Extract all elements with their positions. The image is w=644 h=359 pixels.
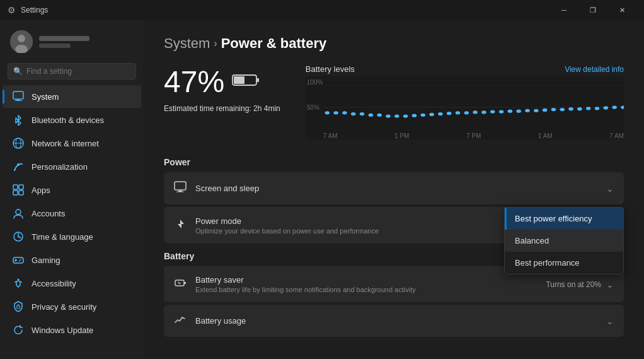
svg-rect-26 (256, 78, 259, 82)
battery-status-row: 47% Estimated time remaining: 2h 4min (164, 64, 624, 139)
svg-point-52 (516, 110, 521, 113)
battery-usage-icon (174, 314, 187, 328)
svg-point-58 (568, 107, 573, 110)
dropdown-item-balanced[interactable]: Balanced (505, 230, 623, 252)
sidebar-item-label-bluetooth: Bluetooth & devices (32, 115, 104, 125)
chart-x-label-3: 1 AM (538, 132, 553, 139)
svg-rect-67 (176, 192, 184, 192)
chart-title: Battery levels (306, 64, 355, 74)
screen-sleep-chevron: ⌄ (606, 184, 614, 194)
sidebar-item-apps[interactable]: Apps (3, 179, 141, 201)
svg-point-40 (411, 114, 417, 117)
dropdown-item-efficiency[interactable]: Best power efficiency (505, 208, 623, 230)
screen-sleep-text: Screen and sleep (195, 184, 597, 193)
power-mode-row-inner[interactable]: Power mode Optimize your device based on… (164, 207, 624, 244)
sidebar-item-label-accounts: Accounts (32, 209, 65, 218)
svg-point-59 (577, 107, 582, 110)
chart-x-label-4: 7 AM (609, 132, 624, 139)
svg-point-46 (464, 111, 469, 114)
svg-point-34 (360, 112, 365, 115)
battery-saver-text: Battery saver Extend battery life by lim… (195, 275, 537, 293)
privacy-icon (13, 301, 24, 312)
svg-point-50 (499, 110, 504, 113)
bluetooth-icon (13, 114, 24, 126)
screen-sleep-action: ⌄ (606, 184, 614, 194)
battery-left: 47% Estimated time remaining: 2h 4min (164, 64, 280, 139)
sidebar-item-bluetooth[interactable]: Bluetooth & devices (3, 109, 141, 131)
power-mode-card: Power mode Optimize your device based on… (164, 207, 624, 244)
battery-icon (232, 72, 260, 92)
breadcrumb-parent[interactable]: System (164, 35, 210, 52)
svg-point-44 (447, 112, 452, 115)
settings-icon: ⚙ (8, 5, 16, 15)
search-input[interactable] (26, 67, 130, 76)
power-mode-dropdown: Best power efficiency Balanced Best perf… (504, 207, 624, 274)
sidebar-item-accounts[interactable]: Accounts (3, 202, 141, 225)
minimize-button[interactable]: ─ (549, 0, 578, 20)
svg-point-30 (325, 111, 330, 114)
sidebar-item-privacy[interactable]: Privacy & security (3, 295, 141, 318)
avatar (10, 30, 33, 53)
dropdown-item-performance[interactable]: Best performance (505, 252, 623, 274)
svg-point-21 (20, 259, 21, 261)
svg-rect-27 (234, 76, 244, 84)
battery-usage-row[interactable]: Battery usage ⌄ (164, 305, 624, 337)
battery-saver-action: Turns on at 20% ⌄ (546, 280, 614, 290)
close-button[interactable]: ✕ (607, 0, 636, 20)
svg-point-38 (394, 114, 400, 117)
battery-saver-value: Turns on at 20% (546, 280, 601, 289)
sidebar-item-network[interactable]: Network & internet (3, 132, 141, 155)
svg-point-49 (490, 110, 495, 113)
search-box[interactable]: 🔍 (8, 63, 136, 79)
accessibility-icon (13, 278, 24, 289)
svg-point-22 (19, 261, 20, 262)
svg-point-56 (551, 108, 556, 111)
sidebar-item-system[interactable]: System (3, 85, 141, 108)
sidebar-item-accessibility[interactable]: Accessibility (3, 272, 141, 295)
maximize-button[interactable]: ❐ (578, 0, 607, 20)
gaming-icon (13, 254, 24, 266)
svg-point-33 (351, 112, 356, 115)
chart-header: Battery levels View detailed info (306, 64, 624, 74)
svg-point-1 (18, 35, 25, 42)
svg-point-31 (333, 111, 338, 114)
time-icon (13, 231, 24, 242)
svg-rect-11 (19, 185, 23, 189)
battery-usage-title: Battery usage (195, 316, 597, 326)
chart-label-100: 100% (307, 79, 323, 86)
sidebar-item-label-system: System (32, 92, 59, 102)
power-section-label: Power (164, 157, 624, 167)
svg-point-57 (560, 108, 565, 111)
svg-point-45 (456, 111, 461, 114)
content-area: System › Power & battery 47% (144, 20, 644, 359)
chart-x-label-1: 1 PM (394, 132, 409, 139)
power-mode-subtitle: Optimize your device based on power use … (195, 227, 523, 235)
sidebar-user (0, 25, 144, 61)
svg-point-63 (612, 105, 617, 109)
personalization-icon (13, 161, 24, 172)
svg-rect-10 (13, 185, 18, 189)
screen-sleep-row[interactable]: Screen and sleep ⌄ (164, 172, 624, 204)
svg-point-9 (17, 163, 20, 166)
page-title: Power & battery (221, 35, 327, 52)
sidebar-item-label-network: Network & internet (32, 139, 99, 148)
sidebar-item-personalization[interactable]: Personalization (3, 155, 141, 178)
view-detailed-link[interactable]: View detailed info (565, 65, 624, 74)
svg-point-23 (18, 279, 20, 281)
svg-point-51 (507, 110, 512, 113)
sidebar-item-label-gaming: Gaming (32, 256, 60, 265)
sidebar-item-gaming[interactable]: Gaming (3, 249, 141, 271)
battery-usage-card: Battery usage ⌄ (164, 305, 624, 337)
sidebar-item-time[interactable]: Time & language (3, 225, 141, 248)
svg-point-41 (420, 114, 425, 117)
svg-point-32 (342, 111, 347, 114)
sidebar-item-label-time: Time & language (32, 232, 93, 242)
svg-point-35 (368, 114, 373, 117)
svg-rect-3 (13, 91, 23, 99)
sidebar-item-update[interactable]: Windows Update (3, 319, 141, 341)
svg-point-43 (438, 112, 443, 115)
battery-pct-row: 47% (164, 64, 280, 99)
battery-percentage: 47% (164, 64, 224, 99)
svg-point-39 (403, 114, 408, 117)
user-name (39, 36, 89, 48)
